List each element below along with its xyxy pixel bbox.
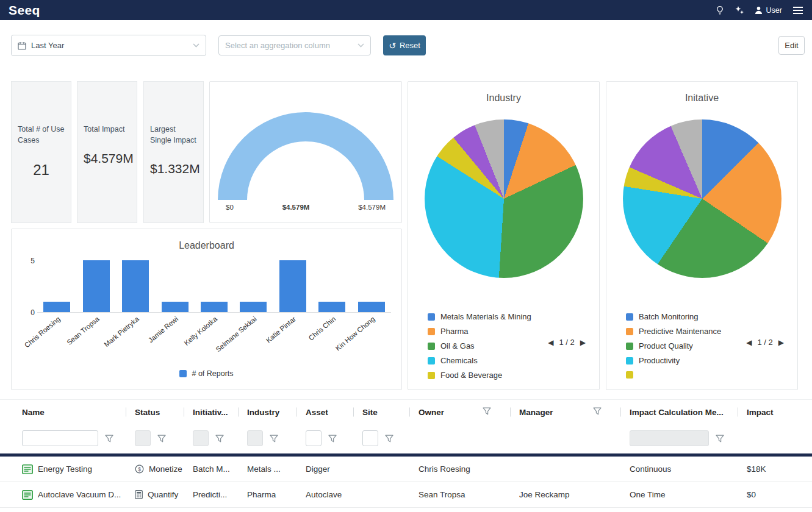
initiative-pie-chart[interactable] — [623, 119, 781, 278]
table-cell-asset: Digger — [306, 464, 362, 474]
column-header-status[interactable]: Status — [135, 408, 193, 417]
gauge-arc[interactable] — [218, 112, 393, 200]
bar[interactable] — [43, 302, 70, 312]
lightbulb-icon[interactable] — [716, 5, 724, 15]
reset-label: Reset — [400, 41, 420, 50]
legend-item[interactable]: Batch Monitoring — [626, 312, 721, 321]
legend-item[interactable]: Pharma — [428, 327, 531, 336]
bar[interactable] — [358, 302, 385, 312]
bar[interactable] — [83, 260, 110, 312]
status-filter-box[interactable] — [135, 430, 151, 446]
bar[interactable] — [279, 260, 306, 312]
use-cases-table: NameStatusInitiativ...IndustryAssetSiteO… — [0, 399, 812, 508]
leaderboard-legend[interactable]: # of Reports — [12, 369, 401, 378]
header-filter-icon[interactable] — [593, 407, 602, 415]
legend-pager: ◀ 1 / 2 ▶ — [548, 338, 586, 347]
table-cell-status: Quantify — [135, 490, 193, 499]
column-header-initiative[interactable]: Initiativ... — [193, 408, 247, 417]
column-header-impact_calc[interactable]: Impact Calculation Me... — [630, 408, 747, 417]
kpi-label: Total Impact — [84, 124, 131, 135]
bar[interactable] — [122, 260, 149, 312]
column-header-name[interactable]: Name — [22, 408, 135, 417]
filter-funnel-icon[interactable] — [328, 435, 337, 443]
chevron-down-icon — [193, 43, 199, 48]
industry-pie-chart[interactable] — [425, 119, 583, 278]
header-filter-icon[interactable] — [483, 407, 491, 415]
kpi-label: Total # of Use Cases — [18, 124, 65, 146]
page-indicator: 1 / 2 — [757, 338, 772, 347]
legend-swatch — [626, 328, 633, 335]
kpi-value: $4.579M — [84, 151, 131, 166]
cell-asset: Autoclave — [306, 490, 342, 499]
aggregation-select[interactable]: Select an aggregation column — [218, 35, 371, 55]
cell-name: Energy Testing — [38, 464, 92, 474]
industry-filter-box[interactable] — [247, 430, 263, 446]
column-header-manager[interactable]: Manager — [519, 407, 630, 417]
kpi-value: $1.332M — [150, 162, 197, 176]
column-separator — [409, 408, 410, 417]
filter-funnel-icon[interactable] — [385, 435, 393, 443]
column-separator — [238, 408, 239, 417]
legend-item[interactable]: Product Quality — [626, 341, 721, 350]
column-separator — [738, 408, 738, 417]
legend-item[interactable]: Food & Beverage — [428, 371, 531, 380]
table-filter-row — [0, 424, 812, 452]
quantify-status-icon — [135, 490, 143, 499]
seeq-logo[interactable]: Seeq — [9, 3, 40, 18]
filter-funnel-icon[interactable] — [270, 435, 278, 443]
horizontal-scrollbar[interactable] — [0, 453, 812, 457]
legend-swatch — [626, 343, 633, 350]
table-row[interactable]: Energy Testing$MonetizeBatch M...Metals … — [0, 457, 812, 482]
reset-button[interactable]: ↺ Reset — [383, 35, 426, 55]
bar-slot: Kelly Kolotka — [195, 261, 234, 312]
legend-item[interactable]: Metals Materials & Mining — [428, 312, 531, 321]
sparkles-icon[interactable] — [735, 5, 744, 15]
bar-slot: Jamie Rewi — [155, 261, 194, 312]
column-label: Owner — [419, 408, 444, 417]
site-filter-box[interactable] — [362, 430, 378, 446]
next-page-icon[interactable]: ▶ — [580, 338, 586, 347]
kpi-value: 21 — [18, 162, 65, 179]
bar[interactable] — [162, 302, 189, 312]
cell-industry: Pharma — [247, 490, 276, 499]
name-filter-input[interactable] — [22, 430, 98, 446]
next-page-icon[interactable]: ▶ — [778, 338, 784, 347]
column-separator — [620, 408, 621, 417]
bar-category-label: Kelly Kolotka — [183, 315, 219, 347]
column-header-site[interactable]: Site — [362, 408, 419, 417]
column-header-asset[interactable]: Asset — [306, 408, 362, 417]
filter-funnel-icon[interactable] — [157, 435, 166, 443]
bar[interactable] — [318, 302, 345, 312]
column-separator — [126, 408, 126, 417]
edit-button[interactable]: Edit — [778, 36, 805, 55]
chart-title: Industry — [408, 93, 599, 104]
prev-page-icon[interactable]: ◀ — [746, 338, 752, 347]
legend-item[interactable]: Oil & Gas — [428, 341, 531, 350]
bar[interactable] — [240, 302, 267, 312]
column-header-impact[interactable]: Impact — [747, 408, 812, 417]
legend-item[interactable]: Productivity — [626, 356, 721, 365]
prev-page-icon[interactable]: ◀ — [548, 338, 553, 347]
filter-funnel-icon[interactable] — [105, 435, 113, 443]
impact_calc-filter-box[interactable] — [630, 430, 709, 446]
initiative-filter-box[interactable] — [193, 430, 209, 446]
kpi-label: Largest Single Impact — [150, 124, 197, 146]
filter-funnel-icon[interactable] — [716, 435, 724, 443]
column-separator — [296, 408, 297, 417]
legend-item[interactable]: Chemicals — [428, 356, 531, 365]
column-header-industry[interactable]: Industry — [247, 408, 306, 417]
user-menu[interactable]: User — [755, 6, 782, 15]
table-row[interactable]: Autoclave Vacuum D...QuantifyPredicti...… — [0, 482, 812, 508]
hamburger-menu-icon[interactable] — [792, 6, 803, 15]
cell-industry: Metals ... — [247, 464, 281, 474]
filter-funnel-icon[interactable] — [215, 435, 224, 443]
gauge-min-label: $0 — [226, 204, 234, 211]
bar[interactable] — [201, 302, 228, 312]
column-header-owner[interactable]: Owner — [419, 407, 519, 417]
table-cell-impact_calc: One Time — [630, 490, 747, 499]
gauge-value-label: $4.579M — [282, 204, 310, 211]
legend-item[interactable]: Predictive Maintenance — [626, 327, 721, 336]
legend-item[interactable] — [626, 371, 721, 379]
asset-filter-box[interactable] — [306, 430, 322, 446]
date-range-select[interactable]: Last Year — [11, 35, 206, 56]
